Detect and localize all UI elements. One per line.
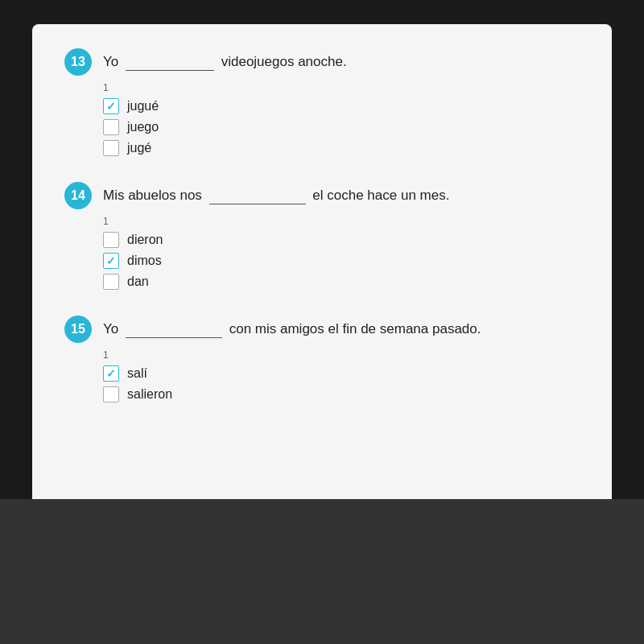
blank-15 [126,321,222,338]
checkbox-13-1[interactable] [103,119,119,135]
checkbox-14-0[interactable] [103,232,119,248]
question-text-14: Mis abuelos nos el coche hace un mes. [103,188,449,204]
checkbox-15-1[interactable] [103,386,119,402]
option-label-14-0: dieron [127,233,163,247]
option-item-14-0[interactable]: dieron [103,232,580,248]
question-block-15: 15Yo con mis amigos el fin de semana pas… [64,316,580,402]
point-label-15: 1 [103,349,580,361]
option-label-13-0: jugué [127,99,159,114]
option-label-13-2: jugé [127,141,151,155]
question-number-13: 13 [64,48,92,76]
option-item-14-1[interactable]: dimos [103,253,580,269]
question-header-15: 15Yo con mis amigos el fin de semana pas… [64,316,580,343]
option-label-14-1: dimos [127,254,162,268]
blank-13 [126,54,214,71]
bottom-bar [0,499,644,644]
option-item-13-0[interactable]: jugué [103,98,580,114]
question-text-15: Yo con mis amigos el fin de semana pasad… [103,321,481,338]
point-label-14: 1 [103,216,580,227]
checkbox-13-0[interactable] [103,98,119,114]
quiz-card: 13Yo videojuegos anoche.1juguéjuegojugé1… [32,24,612,523]
question-block-14: 14Mis abuelos nos el coche hace un mes.1… [64,182,580,290]
checkbox-15-0[interactable] [103,365,119,382]
option-label-14-2: dan [127,275,149,289]
question-header-14: 14Mis abuelos nos el coche hace un mes. [64,182,580,209]
question-header-13: 13Yo videojuegos anoche. [64,48,580,76]
option-label-15-0: salí [127,366,147,381]
question-text-13: Yo videojuegos anoche. [103,54,347,71]
question-number-14: 14 [64,182,92,209]
option-label-13-1: juego [127,120,159,134]
option-label-15-1: salieron [127,387,172,402]
option-item-15-1[interactable]: salieron [103,386,580,402]
checkbox-13-2[interactable] [103,140,119,156]
option-item-14-2[interactable]: dan [103,274,580,290]
blank-14 [209,188,306,204]
checkbox-14-2[interactable] [103,274,119,290]
question-block-13: 13Yo videojuegos anoche.1juguéjuegojugé [64,48,580,156]
options-list-13: juguéjuegojugé [103,98,580,156]
question-number-15: 15 [64,316,92,343]
point-label-13: 1 [103,82,580,93]
options-list-14: dierondimosdan [103,232,580,290]
option-item-13-1[interactable]: juego [103,119,580,135]
option-item-15-0[interactable]: salí [103,365,580,382]
checkbox-14-1[interactable] [103,253,119,269]
options-list-15: salísalieron [103,365,580,402]
option-item-13-2[interactable]: jugé [103,140,580,156]
